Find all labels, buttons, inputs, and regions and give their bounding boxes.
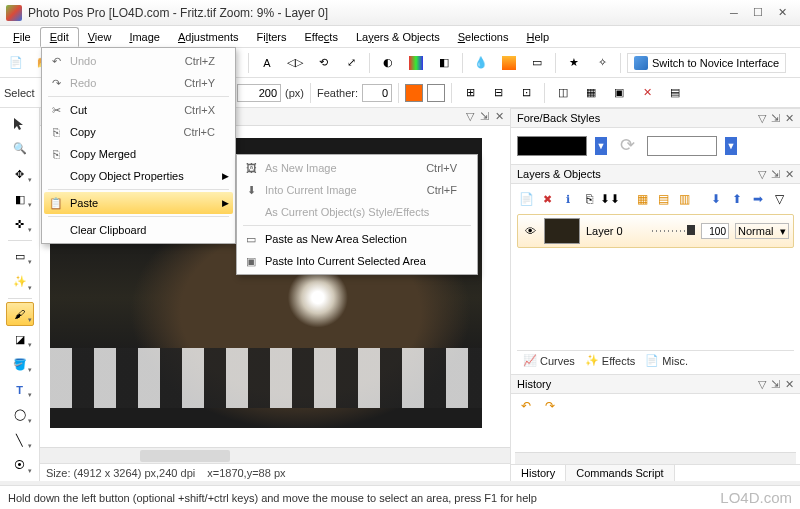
tab-commands-script[interactable]: Commands Script [566, 465, 674, 481]
sel-intersect-button[interactable]: ⊡ [514, 81, 538, 105]
menu-paste-into-current[interactable]: ⬇Into Current ImageCtrl+F [239, 179, 475, 201]
transform-tool[interactable]: ◧▾ [6, 188, 34, 211]
move-right-button[interactable]: ➡ [749, 190, 767, 208]
text-tool-button[interactable]: A [255, 51, 279, 75]
opacity-input[interactable] [701, 223, 729, 239]
new-layer-button[interactable]: 📄 [517, 190, 535, 208]
line-tool[interactable]: ╲▾ [6, 429, 34, 452]
menu-edit[interactable]: Edit [40, 27, 79, 47]
move-tool[interactable] [6, 112, 34, 135]
history-undo-button[interactable]: ↶ [517, 397, 535, 415]
menu-cut[interactable]: ✂CutCtrl+X [44, 99, 233, 121]
rect-select-tool[interactable]: ▭▾ [6, 245, 34, 268]
eye-icon[interactable]: 👁 [522, 223, 538, 239]
resize-button[interactable]: ⤢ [339, 51, 363, 75]
gradient-button[interactable] [497, 51, 521, 75]
maximize-button[interactable]: ☐ [746, 5, 770, 21]
crop-tool[interactable]: ✥▾ [6, 162, 34, 185]
menu-paste-new-image[interactable]: 🖼As New ImageCtrl+V [239, 157, 475, 179]
frame-button[interactable]: ▭ [525, 51, 549, 75]
menu-copy-obj-props[interactable]: Copy Object Properties▶ [44, 165, 233, 187]
foreground-swatch[interactable] [517, 136, 587, 156]
menu-adjustments[interactable]: Adjustments [169, 28, 248, 46]
flip-h-button[interactable]: ◁▷ [283, 51, 307, 75]
star-effect-button[interactable]: ★ [562, 51, 586, 75]
fg-swatch[interactable] [405, 84, 423, 102]
tab-history[interactable]: History [511, 465, 566, 481]
menu-paste-as-obj-style[interactable]: As Current Object(s) Style/Effects [239, 201, 475, 223]
text-tool[interactable]: T▾ [6, 378, 34, 401]
tab-misc[interactable]: 📄 Misc. [645, 354, 688, 367]
new-file-button[interactable]: 📄 [4, 51, 28, 75]
clone-tool[interactable]: ✜▾ [6, 213, 34, 236]
menu-selections[interactable]: Selections [449, 28, 518, 46]
picker-tool[interactable]: ⦿▾ [6, 454, 34, 477]
panel-menu-icon[interactable]: ▽ [758, 378, 766, 391]
sel-expand-button[interactable]: ▦ [579, 81, 603, 105]
sel-add-button[interactable]: ⊞ [458, 81, 482, 105]
menu-filters[interactable]: Filters [248, 28, 296, 46]
background-swatch[interactable] [647, 136, 717, 156]
tab-effects[interactable]: ✨ Effects [585, 354, 635, 367]
move-down-button[interactable]: ⬇ [707, 190, 725, 208]
distribute-button[interactable]: ▥ [675, 190, 693, 208]
brush-tool[interactable]: 🖌▾ [6, 302, 34, 325]
menu-effects[interactable]: Effects [295, 28, 346, 46]
menu-paste[interactable]: 📋Paste▶ [44, 192, 233, 214]
panel-menu-icon[interactable]: ▽ [758, 168, 766, 181]
magic-wand-tool[interactable]: ✨▾ [6, 270, 34, 293]
sel-border-button[interactable]: ▣ [607, 81, 631, 105]
menu-paste-new-area[interactable]: ▭Paste as New Area Selection [239, 228, 475, 250]
wand-button[interactable]: ✧ [590, 51, 614, 75]
group-button[interactable]: ▦ [633, 190, 651, 208]
panel-pin-icon[interactable]: ⇲ [771, 378, 780, 391]
menu-image[interactable]: Image [120, 28, 169, 46]
delete-layer-button[interactable]: ✖ [538, 190, 556, 208]
levels-button[interactable]: ◧ [432, 51, 456, 75]
eraser-tool[interactable]: ◪▾ [6, 328, 34, 351]
menu-view[interactable]: View [79, 28, 121, 46]
zoom-tool[interactable]: 🔍 [6, 137, 34, 160]
dup-layer-button[interactable]: ⎘ [580, 190, 598, 208]
menu-paste-into-area[interactable]: ▣Paste Into Current Selected Area [239, 250, 475, 272]
canvas-h-scrollbar[interactable] [40, 447, 510, 463]
fg-dropdown[interactable]: ▼ [595, 137, 607, 155]
menu-layers-objects[interactable]: Layers & Objects [347, 28, 449, 46]
panel-menu-icon[interactable]: ▽ [466, 110, 474, 123]
minimize-button[interactable]: ─ [722, 5, 746, 21]
history-h-scrollbar[interactable] [515, 452, 796, 464]
dimension-input[interactable] [237, 84, 281, 102]
menu-clear-clipboard[interactable]: Clear Clipboard [44, 219, 233, 241]
sel-del-button[interactable]: ✕ [635, 81, 659, 105]
layer-thumbnail[interactable] [544, 218, 580, 244]
contrast-button[interactable]: ◐ [376, 51, 400, 75]
menu-file[interactable]: File [4, 28, 40, 46]
bg-dropdown[interactable]: ▼ [725, 137, 737, 155]
blur-button[interactable]: 💧 [469, 51, 493, 75]
feather-input[interactable] [362, 84, 392, 102]
align-button[interactable]: ▤ [654, 190, 672, 208]
layer-name-label[interactable]: Layer 0 [586, 225, 646, 237]
color-palette-button[interactable] [404, 51, 428, 75]
sel-invert-button[interactable]: ◫ [551, 81, 575, 105]
panel-pin-icon[interactable]: ⇲ [480, 110, 489, 123]
panel-close-icon[interactable]: ✕ [495, 110, 504, 123]
panel-close-icon[interactable]: ✕ [785, 112, 794, 125]
fill-tool[interactable]: 🪣▾ [6, 353, 34, 376]
layer-props-button[interactable]: ℹ [559, 190, 577, 208]
layer-row[interactable]: 👁 Layer 0 Normal▾ [517, 214, 794, 248]
panel-close-icon[interactable]: ✕ [785, 168, 794, 181]
menu-help[interactable]: Help [517, 28, 558, 46]
panel-close-icon[interactable]: ✕ [785, 378, 794, 391]
history-redo-button[interactable]: ↷ [541, 397, 559, 415]
opacity-slider[interactable] [652, 227, 695, 235]
sel-apply-button[interactable]: ▤ [663, 81, 687, 105]
sel-sub-button[interactable]: ⊟ [486, 81, 510, 105]
blend-mode-select[interactable]: Normal▾ [735, 223, 789, 239]
menu-undo[interactable]: ↶UndoCtrl+Z [44, 50, 233, 72]
swap-colors-icon[interactable]: ⟳ [615, 134, 639, 158]
move-up-button[interactable]: ⬆ [728, 190, 746, 208]
layer-menu-button[interactable]: ▽ [770, 190, 788, 208]
menu-copy[interactable]: ⎘CopyCtrl+C [44, 121, 233, 143]
menu-redo[interactable]: ↷RedoCtrl+Y [44, 72, 233, 94]
